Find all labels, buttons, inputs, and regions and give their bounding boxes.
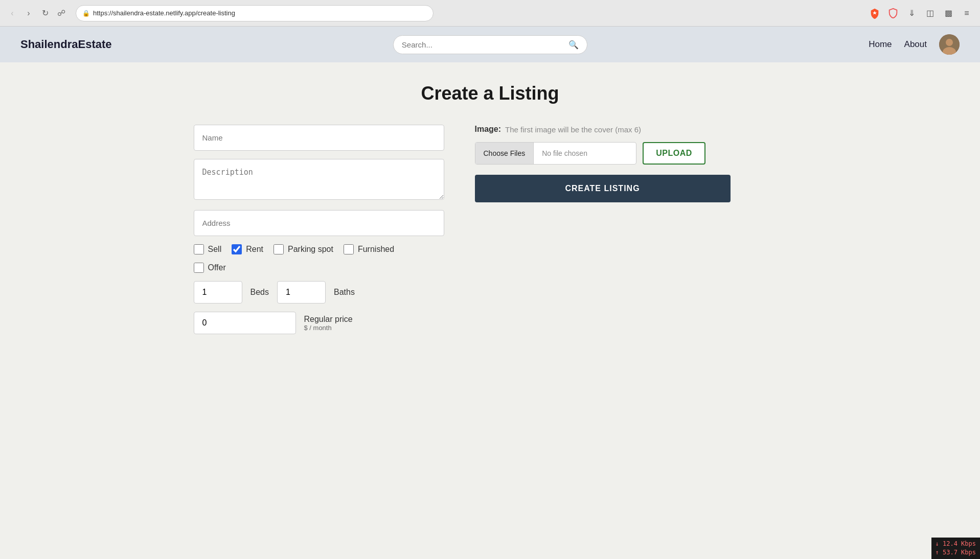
brand-part2: Estate xyxy=(78,38,111,51)
sell-checkbox[interactable] xyxy=(194,244,204,254)
upload-speed: ↑ 53.7 Kbps xyxy=(936,548,976,557)
nav-about-link[interactable]: About xyxy=(904,39,927,50)
brave-icon[interactable] xyxy=(868,6,882,20)
offer-checkbox[interactable] xyxy=(194,263,204,273)
search-input[interactable] xyxy=(402,40,564,49)
form-layout: Sell Rent Parking spot Furnished xyxy=(194,125,787,342)
network-widget: ↓ 12.4 Kbps ↑ 53.7 Kbps xyxy=(931,538,980,559)
checkbox-row-2: Offer xyxy=(194,263,444,273)
rent-checkbox[interactable] xyxy=(232,244,242,254)
screenshot-icon[interactable]: ▩ xyxy=(941,6,955,20)
bookmark-button[interactable]: ☍ xyxy=(55,7,67,19)
choose-files-button[interactable]: Choose Files xyxy=(475,143,534,164)
sell-checkbox-label[interactable]: Sell xyxy=(194,244,222,254)
price-input[interactable] xyxy=(194,312,296,334)
browser-chrome: ‹ › ↻ ☍ 🔒 https://shailendra-estate.netl… xyxy=(0,0,980,27)
url-text: https://shailendra-estate.netlify.app/cr… xyxy=(93,9,235,17)
price-label-main: Regular price xyxy=(304,315,353,324)
beds-input[interactable] xyxy=(194,281,242,304)
file-input-row: Choose Files No file chosen UPLOAD xyxy=(475,142,731,165)
search-section: 🔍 xyxy=(122,35,859,54)
price-label-sub: $ / month xyxy=(304,324,353,332)
image-label-row: Image: The first image will be the cover… xyxy=(475,125,731,134)
beds-baths-row: Beds Baths xyxy=(194,281,444,304)
offer-label: Offer xyxy=(208,263,226,272)
sell-label: Sell xyxy=(208,245,222,254)
beds-label: Beds xyxy=(250,288,269,297)
search-container: 🔍 xyxy=(393,35,587,54)
navbar: ShailendraEstate 🔍 Home About xyxy=(0,27,980,62)
offer-checkbox-label[interactable]: Offer xyxy=(194,263,226,273)
brand-part1: Shailendra xyxy=(20,38,78,51)
price-label-group: Regular price $ / month xyxy=(304,315,353,332)
address-bar[interactable]: 🔒 https://shailendra-estate.netlify.app/… xyxy=(76,5,434,21)
forward-button[interactable]: › xyxy=(22,7,35,19)
furnished-label: Furnished xyxy=(358,245,394,254)
vpn-icon[interactable] xyxy=(886,6,900,20)
baths-input[interactable] xyxy=(277,281,326,304)
create-listing-button[interactable]: CREATE LISTING xyxy=(475,175,731,202)
brand-logo[interactable]: ShailendraEstate xyxy=(20,38,112,51)
search-icon[interactable]: 🔍 xyxy=(568,40,579,50)
rent-checkbox-label[interactable]: Rent xyxy=(232,244,263,254)
browser-tools: ⇓ ◫ ▩ ≡ xyxy=(868,6,974,20)
baths-label: Baths xyxy=(334,288,355,297)
checkbox-row-1: Sell Rent Parking spot Furnished xyxy=(194,244,444,254)
furnished-checkbox-label[interactable]: Furnished xyxy=(344,244,394,254)
furnished-checkbox[interactable] xyxy=(344,244,354,254)
back-button[interactable]: ‹ xyxy=(6,7,18,19)
no-file-chosen-text: No file chosen xyxy=(534,149,636,157)
sidebar-icon[interactable]: ◫ xyxy=(923,6,937,20)
parking-checkbox[interactable] xyxy=(274,244,284,254)
refresh-button[interactable]: ↻ xyxy=(39,7,51,19)
rent-label: Rent xyxy=(246,245,263,254)
file-input-container: Choose Files No file chosen xyxy=(475,142,637,165)
price-row: Regular price $ / month xyxy=(194,312,444,334)
address-input[interactable] xyxy=(194,210,444,236)
form-left: Sell Rent Parking spot Furnished xyxy=(194,125,444,342)
parking-checkbox-label[interactable]: Parking spot xyxy=(274,244,333,254)
download-speed: ↓ 12.4 Kbps xyxy=(936,540,976,548)
svg-point-1 xyxy=(946,39,953,46)
image-hint: The first image will be the cover (max 6… xyxy=(505,125,641,134)
download-icon[interactable]: ⇓ xyxy=(904,6,919,20)
name-input[interactable] xyxy=(194,125,444,151)
main-content: Create a Listing Sell Rent Parking spot xyxy=(184,62,797,363)
image-label: Image: xyxy=(475,125,502,134)
upload-button[interactable]: UPLOAD xyxy=(643,142,705,165)
nav-home-link[interactable]: Home xyxy=(869,39,892,50)
parking-label: Parking spot xyxy=(288,245,333,254)
navbar-links: Home About xyxy=(869,34,960,55)
avatar[interactable] xyxy=(939,34,960,55)
page-title: Create a Listing xyxy=(194,83,787,104)
menu-button[interactable]: ≡ xyxy=(960,6,974,20)
form-right: Image: The first image will be the cover… xyxy=(475,125,731,202)
description-input[interactable] xyxy=(194,159,444,200)
lock-icon: 🔒 xyxy=(82,10,90,17)
